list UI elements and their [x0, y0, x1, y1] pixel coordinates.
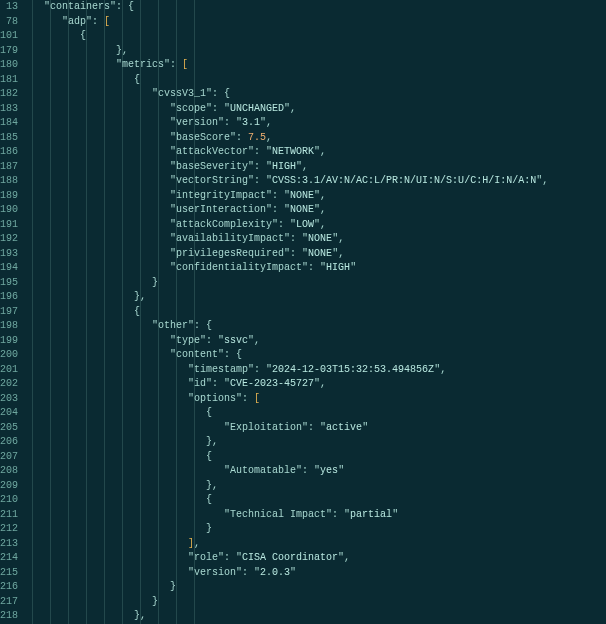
- line-number: 194: [0, 261, 18, 276]
- line-number: 214: [0, 551, 18, 566]
- code-line[interactable]: "vectorString": "CVSS:3.1/AV:N/AC:L/PR:N…: [26, 174, 606, 189]
- line-number: 209: [0, 479, 18, 494]
- line-number-gutter: 1378101179180181182183184185186187188189…: [0, 0, 24, 624]
- code-line[interactable]: "type": "ssvc",: [26, 334, 606, 349]
- code-line[interactable]: "confidentialityImpact": "HIGH": [26, 261, 606, 276]
- line-number: 180: [0, 58, 18, 73]
- code-editor: 1378101179180181182183184185186187188189…: [0, 0, 606, 624]
- line-number: 193: [0, 247, 18, 262]
- code-line[interactable]: },: [26, 479, 606, 494]
- line-number: 183: [0, 102, 18, 117]
- code-line[interactable]: {: [26, 406, 606, 421]
- line-number: 202: [0, 377, 18, 392]
- code-line[interactable]: "attackComplexity": "LOW",: [26, 218, 606, 233]
- line-number: 13: [0, 0, 18, 15]
- code-line[interactable]: {: [26, 73, 606, 88]
- line-number: 208: [0, 464, 18, 479]
- line-number: 200: [0, 348, 18, 363]
- line-number: 212: [0, 522, 18, 537]
- line-number: 206: [0, 435, 18, 450]
- code-line[interactable]: "Exploitation": "active": [26, 421, 606, 436]
- code-line[interactable]: "id": "CVE-2023-45727",: [26, 377, 606, 392]
- code-line[interactable]: }: [26, 580, 606, 595]
- line-number: 210: [0, 493, 18, 508]
- code-line[interactable]: ],: [26, 537, 606, 552]
- line-number: 215: [0, 566, 18, 581]
- line-number: 199: [0, 334, 18, 349]
- line-number: 78: [0, 15, 18, 30]
- code-line[interactable]: {: [26, 450, 606, 465]
- line-number: 197: [0, 305, 18, 320]
- line-number: 181: [0, 73, 18, 88]
- line-number: 217: [0, 595, 18, 610]
- code-line[interactable]: "Technical Impact": "partial": [26, 508, 606, 523]
- line-number: 185: [0, 131, 18, 146]
- line-number: 204: [0, 406, 18, 421]
- line-number: 201: [0, 363, 18, 378]
- code-line[interactable]: "version": "3.1",: [26, 116, 606, 131]
- line-number: 191: [0, 218, 18, 233]
- code-line[interactable]: "integrityImpact": "NONE",: [26, 189, 606, 204]
- line-number: 216: [0, 580, 18, 595]
- code-line[interactable]: "timestamp": "2024-12-03T15:32:53.494856…: [26, 363, 606, 378]
- code-line[interactable]: "content": {: [26, 348, 606, 363]
- code-line[interactable]: "privilegesRequired": "NONE",: [26, 247, 606, 262]
- code-line[interactable]: "baseScore": 7.5,: [26, 131, 606, 146]
- code-line[interactable]: "baseSeverity": "HIGH",: [26, 160, 606, 175]
- line-number: 196: [0, 290, 18, 305]
- line-number: 203: [0, 392, 18, 407]
- code-line[interactable]: {: [26, 493, 606, 508]
- line-number: 218: [0, 609, 18, 624]
- code-line[interactable]: },: [26, 44, 606, 59]
- code-line[interactable]: "availabilityImpact": "NONE",: [26, 232, 606, 247]
- code-line[interactable]: }: [26, 522, 606, 537]
- line-number: 188: [0, 174, 18, 189]
- code-line[interactable]: "scope": "UNCHANGED",: [26, 102, 606, 117]
- code-line[interactable]: "cvssV3_1": {: [26, 87, 606, 102]
- code-line[interactable]: "metrics": [: [26, 58, 606, 73]
- code-line[interactable]: }: [26, 595, 606, 610]
- line-number: 198: [0, 319, 18, 334]
- line-number: 179: [0, 44, 18, 59]
- code-line[interactable]: "Automatable": "yes": [26, 464, 606, 479]
- code-line[interactable]: "options": [: [26, 392, 606, 407]
- line-number: 101: [0, 29, 18, 44]
- code-line[interactable]: }: [26, 276, 606, 291]
- line-number: 187: [0, 160, 18, 175]
- code-line[interactable]: "role": "CISA Coordinator",: [26, 551, 606, 566]
- code-line[interactable]: "containers": {: [26, 0, 606, 15]
- code-line[interactable]: {: [26, 29, 606, 44]
- code-line[interactable]: "userInteraction": "NONE",: [26, 203, 606, 218]
- line-number: 182: [0, 87, 18, 102]
- line-number: 205: [0, 421, 18, 436]
- line-number: 184: [0, 116, 18, 131]
- code-line[interactable]: "other": {: [26, 319, 606, 334]
- code-line[interactable]: "adp": [: [26, 15, 606, 30]
- line-number: 190: [0, 203, 18, 218]
- code-line[interactable]: },: [26, 435, 606, 450]
- line-number: 186: [0, 145, 18, 160]
- code-line[interactable]: "version": "2.0.3": [26, 566, 606, 581]
- code-line[interactable]: },: [26, 609, 606, 624]
- line-number: 189: [0, 189, 18, 204]
- code-line[interactable]: "attackVector": "NETWORK",: [26, 145, 606, 160]
- line-number: 192: [0, 232, 18, 247]
- line-number: 195: [0, 276, 18, 291]
- code-line[interactable]: {: [26, 305, 606, 320]
- line-number: 207: [0, 450, 18, 465]
- code-line[interactable]: },: [26, 290, 606, 305]
- code-area[interactable]: "containers": { "adp": [ { }, "metrics":…: [24, 0, 606, 624]
- line-number: 211: [0, 508, 18, 523]
- line-number: 213: [0, 537, 18, 552]
